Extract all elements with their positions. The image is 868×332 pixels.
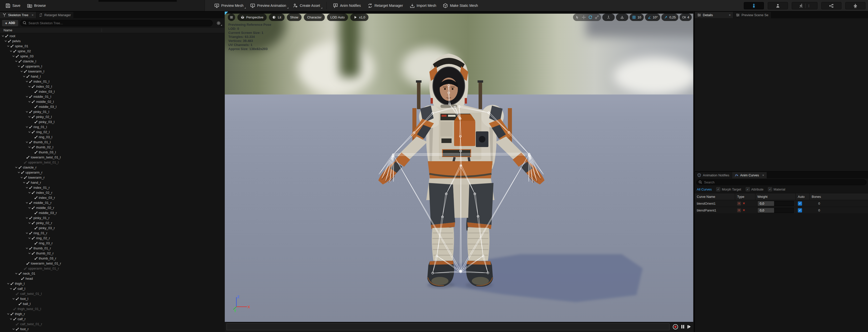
coordinate-space-button[interactable]	[602, 13, 615, 21]
expander-chevron-icon[interactable]	[28, 146, 31, 149]
tree-row-middle_01_l[interactable]: middle_01_l	[0, 94, 224, 99]
checkbox-icon[interactable]: ✓	[768, 187, 772, 191]
column-header-bones[interactable]: Bones	[810, 193, 868, 200]
expander-chevron-icon[interactable]	[7, 44, 10, 48]
tab-skeleton-tree[interactable]: Skeleton Tree ×	[0, 12, 36, 18]
expander-chevron-icon[interactable]	[28, 130, 31, 133]
expander-chevron-icon[interactable]	[15, 60, 18, 63]
tree-row-index_01_l[interactable]: index_01_l	[0, 79, 224, 84]
tree-row-root[interactable]: root	[0, 33, 224, 38]
tab-retarget-manager[interactable]: Retarget Manager	[36, 12, 74, 18]
character-menu-button[interactable]: Character	[304, 13, 325, 21]
expander-chevron-icon[interactable]	[28, 100, 31, 103]
tree-row-middle_03_r[interactable]: middle_03_r	[0, 210, 224, 215]
tree-row-spine_03[interactable]: spine_03	[0, 54, 224, 59]
create-asset-button[interactable]: Create Asset	[290, 1, 323, 9]
filter-morph-target[interactable]: ✓Morph Target	[716, 187, 741, 191]
expander-chevron-icon[interactable]	[15, 166, 18, 169]
tab-details[interactable]: Details ×	[695, 12, 734, 18]
expander-chevron-icon[interactable]	[28, 191, 31, 194]
column-header-auto[interactable]: Auto	[796, 193, 810, 200]
expander-chevron-icon[interactable]	[26, 125, 29, 128]
step-forward-button[interactable]	[687, 325, 691, 329]
tree-row-lowerarm_twist_01_r[interactable]: lowerarm_twist_01_r	[0, 261, 224, 266]
column-header-curve-name[interactable]: Curve Name	[695, 193, 735, 200]
rotate-tool-icon[interactable]	[588, 15, 592, 20]
expander-chevron-icon[interactable]	[26, 95, 29, 98]
tree-row-lowerarm_l[interactable]: lowerarm_l	[0, 69, 224, 74]
mesh-mode-button[interactable]	[768, 2, 788, 9]
expander-chevron-icon[interactable]	[26, 186, 29, 189]
curve-row-blendParent1[interactable]: blendParent1×✕0,0✓0	[695, 207, 868, 214]
tree-row-pinky_01_r[interactable]: pinky_01_r	[0, 215, 224, 220]
tree-row-middle_03_l[interactable]: middle_03_l	[0, 104, 224, 109]
tree-row-upperarm_twist_01_l[interactable]: upperarm_twist_01_l	[0, 160, 224, 165]
skeleton-mode-button[interactable]	[744, 2, 764, 9]
tree-row-calf_l[interactable]: calf_l	[0, 286, 224, 291]
select-tool-icon[interactable]	[575, 15, 579, 20]
expander-chevron-icon[interactable]	[23, 181, 26, 184]
expander-chevron-icon[interactable]	[28, 237, 31, 240]
animation-blueprint-mode-button[interactable]	[821, 2, 841, 9]
filter-all-curves[interactable]: All Curves	[697, 187, 712, 191]
close-icon[interactable]: ×	[32, 13, 34, 17]
expander-chevron-icon[interactable]	[20, 176, 23, 179]
tree-row-spine_02[interactable]: spine_02	[0, 49, 224, 54]
search-input[interactable]	[20, 20, 213, 26]
expander-chevron-icon[interactable]	[12, 297, 15, 300]
tree-row-ball_l[interactable]: ball_l	[0, 301, 224, 306]
tree-row-pinky_02_r[interactable]: pinky_02_r	[0, 220, 224, 225]
expander-chevron-icon[interactable]	[28, 252, 31, 255]
auto-checkbox[interactable]: ✓	[798, 208, 802, 212]
tree-row-index_01_r[interactable]: index_01_r	[0, 185, 224, 190]
expander-chevron-icon[interactable]	[23, 75, 26, 78]
tree-row-pinky_03_l[interactable]: pinky_03_l	[0, 119, 224, 124]
physics-mode-button[interactable]	[845, 2, 866, 9]
expander-chevron-icon[interactable]	[26, 247, 29, 250]
expander-chevron-icon[interactable]	[28, 85, 31, 88]
tree-row-pinky_01_l[interactable]: pinky_01_l	[0, 109, 224, 114]
tree-row-thumb_01_l[interactable]: thumb_01_l	[0, 140, 224, 145]
expander-chevron-icon[interactable]	[9, 287, 12, 290]
tab-preview-scene-settings[interactable]: Preview Scene Se	[734, 12, 771, 18]
timeline-track[interactable]	[226, 324, 670, 330]
tree-settings-button[interactable]	[215, 20, 222, 26]
tree-row-middle_01_r[interactable]: middle_01_r	[0, 200, 224, 205]
tree-row-clavicle_l[interactable]: clavicle_l	[0, 59, 224, 64]
expander-chevron-icon[interactable]	[20, 70, 23, 73]
lod-auto-button[interactable]: LOD Auto	[327, 13, 348, 21]
expander-chevron-icon[interactable]	[26, 201, 29, 204]
playback-speed-button[interactable]: x1,0	[350, 13, 369, 21]
tree-row-pelvis[interactable]: pelvis	[0, 38, 224, 43]
tree-row-upperarm_twist_01_r[interactable]: upperarm_twist_01_r	[0, 266, 224, 271]
tree-row-ring_03_l[interactable]: ring_03_l	[0, 134, 224, 140]
expander-chevron-icon[interactable]	[28, 221, 31, 224]
filter-attribute[interactable]: ✓Attribute	[746, 187, 764, 191]
lit-mode-button[interactable]: Lit	[269, 13, 285, 21]
expander-chevron-icon[interactable]	[26, 141, 29, 144]
tree-row-clavicle_r[interactable]: clavicle_r	[0, 165, 224, 170]
expander-chevron-icon[interactable]	[9, 318, 12, 321]
filter-material[interactable]: ✓Material	[768, 187, 785, 191]
curve-row-blendOrient1[interactable]: blendOrient1×✕0,0✓0	[695, 200, 868, 207]
expander-chevron-icon[interactable]	[18, 65, 21, 68]
tree-row-index_02_r[interactable]: index_02_r	[0, 190, 224, 195]
close-icon[interactable]: ×	[729, 13, 731, 17]
expander-chevron-icon[interactable]	[28, 115, 31, 118]
expander-chevron-icon[interactable]	[15, 272, 18, 275]
tree-row-ring_02_r[interactable]: ring_02_r	[0, 236, 224, 241]
tree-row-thigh_r[interactable]: thigh_r	[0, 311, 224, 316]
tree-row-middle_02_l[interactable]: middle_02_l	[0, 99, 224, 104]
tree-row-head[interactable]: head	[0, 276, 224, 281]
tree-row-thumb_01_r[interactable]: thumb_01_r	[0, 246, 224, 251]
scale-tool-icon[interactable]	[595, 15, 599, 20]
close-icon[interactable]: ×	[762, 173, 764, 177]
expander-chevron-icon[interactable]	[7, 312, 10, 315]
checkbox-icon[interactable]: ✓	[746, 187, 750, 191]
tree-row-ring_02_l[interactable]: ring_02_l	[0, 129, 224, 134]
import-mesh-button[interactable]: Import Mesh	[407, 1, 439, 9]
grid-snap-button[interactable]: 10	[629, 13, 644, 21]
rotation-snap-button[interactable]: 10°	[645, 13, 660, 21]
scale-snap-button[interactable]: 0,25	[661, 13, 678, 21]
tree-row-calf_twist_01_r[interactable]: calf_twist_01_r	[0, 322, 224, 327]
